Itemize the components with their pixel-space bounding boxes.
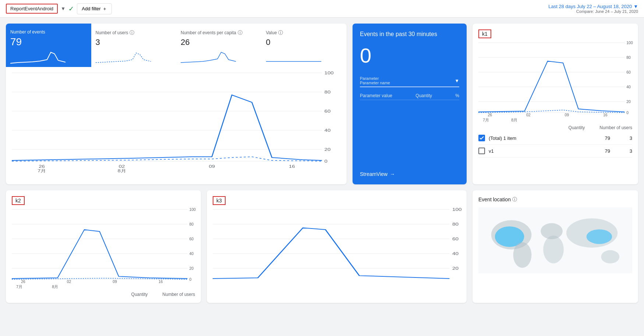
svg-text:80: 80: [626, 56, 631, 60]
metric-events-value: 79: [10, 36, 87, 48]
k1-chart-container: 100 80 60 40 20 0 26 02 09 16 7月 8月: [478, 43, 632, 116]
event-location-map: [478, 207, 632, 273]
table-row: v1 79 3: [478, 145, 632, 158]
param-name-label2: Parameter name: [360, 81, 390, 85]
shield-icon: ✓: [68, 5, 74, 13]
svg-text:16: 16: [603, 113, 608, 117]
row-v1-label: v1: [489, 148, 588, 154]
k2-col-headers: Quantity Number of users: [12, 292, 195, 297]
main-chart: 100 80 60 40 20 0 26 02 09 16 7月 8月: [12, 73, 332, 169]
row-total-qty: 79: [588, 135, 610, 141]
info-icon[interactable]: ⓘ: [130, 29, 134, 36]
k2-chart: 100 80 60 40 20 0 26 02 09 16: [12, 209, 195, 283]
svg-text:20: 20: [452, 266, 459, 271]
arrow-right-icon: →: [390, 171, 395, 177]
param-table-header: Parameter value Quantity %: [360, 93, 459, 100]
metric-per-capita-title: Number of events per capita ⓘ: [181, 29, 257, 36]
svg-text:8月: 8月: [118, 169, 126, 173]
compare-range: Compare: June 24 – July 21, 2020: [548, 9, 638, 14]
svg-point-68: [587, 229, 612, 244]
svg-text:02: 02: [67, 280, 71, 284]
svg-text:40: 40: [452, 252, 459, 256]
metric-per-capita: Number of events per capita ⓘ 26: [176, 24, 262, 67]
svg-text:02: 02: [119, 164, 125, 169]
topbar-right: Last 28 days July 22 – August 18, 2020 ▼…: [548, 4, 638, 14]
svg-text:80: 80: [189, 222, 194, 226]
svg-text:100: 100: [626, 41, 633, 45]
metrics-top: Number of events 79 Number of users ⓘ: [6, 24, 347, 67]
events-30-card: Events in the past 30 minutes 0 Paramete…: [353, 24, 467, 184]
metric-events-title: Number of events: [10, 29, 87, 35]
metric-events: Number of events 79: [6, 24, 91, 67]
event-location-title: Event location ⓘ: [478, 196, 632, 203]
svg-text:100: 100: [452, 208, 462, 212]
main-chart-area: 100 80 60 40 20 0 26 02 09 16 7月 8月: [6, 67, 347, 184]
table-row: (Total) 1 item 79 3: [478, 132, 632, 145]
metric-users: Number of users ⓘ 3: [91, 24, 177, 67]
svg-text:16: 16: [289, 164, 295, 169]
topbar: ReportEventAndroid ▼ ✓ Add filter ＋ Last…: [0, 0, 644, 18]
metric-users-value: 3: [96, 38, 172, 47]
svg-text:26: 26: [39, 164, 45, 169]
svg-text:0: 0: [325, 159, 328, 164]
metric-users-chart: [96, 49, 172, 63]
svg-text:40: 40: [325, 128, 331, 133]
svg-text:09: 09: [565, 113, 569, 117]
row-v1-users: 3: [610, 148, 632, 154]
svg-text:80: 80: [452, 222, 459, 227]
k3-chart-container: 100 80 60 40 20: [213, 209, 461, 283]
svg-text:100: 100: [189, 208, 196, 212]
bottom-row: k2 100 80 60 40 20 0: [6, 190, 638, 303]
k1-table: Quantity Number of users (Total) 1 item …: [478, 125, 632, 158]
streamview-button[interactable]: StreamView →: [360, 162, 459, 177]
metric-value-title: Value ⓘ: [266, 29, 343, 36]
row-v1-qty: 79: [588, 148, 610, 154]
svg-text:40: 40: [189, 252, 194, 256]
metric-value-value: 0: [266, 38, 343, 47]
chevron-down-icon[interactable]: ▼: [61, 6, 66, 11]
param-name-label: Parameter: [360, 76, 390, 81]
svg-text:100: 100: [325, 71, 334, 75]
info-icon[interactable]: ⓘ: [278, 29, 283, 36]
svg-text:20: 20: [189, 266, 194, 270]
svg-text:09: 09: [209, 164, 215, 169]
svg-text:02: 02: [526, 113, 531, 117]
svg-point-69: [601, 250, 619, 264]
checkbox-v1[interactable]: [478, 148, 485, 154]
svg-text:40: 40: [626, 85, 631, 89]
date-range[interactable]: Last 28 days July 22 – August 18, 2020 ▼: [548, 4, 638, 9]
metric-value-chart: [266, 49, 343, 63]
k1-card: k1 100 80 60 40 20 0: [473, 24, 638, 184]
k2-title: k2: [12, 196, 25, 205]
event-location-card: Event location ⓘ: [473, 190, 638, 303]
metrics-card: Number of events 79 Number of users ⓘ: [6, 24, 347, 184]
svg-text:26: 26: [488, 113, 492, 117]
svg-text:0: 0: [626, 111, 629, 115]
svg-text:80: 80: [325, 90, 331, 95]
checkbox-total[interactable]: [478, 135, 485, 141]
add-filter-button[interactable]: Add filter ＋: [77, 3, 112, 14]
event-name-button[interactable]: ReportEventAndroid: [6, 4, 58, 14]
metric-per-capita-value: 26: [181, 38, 257, 47]
events-30-title: Events in the past 30 minutes: [360, 31, 459, 38]
svg-text:0: 0: [189, 277, 191, 282]
param-dropdown[interactable]: Parameter Parameter name ▼: [360, 75, 459, 87]
k1-chart: 100 80 60 40 20 0 26 02 09 16: [478, 43, 632, 116]
top-row: Number of events 79 Number of users ⓘ: [6, 24, 638, 184]
plus-icon: ＋: [102, 6, 107, 12]
metric-per-capita-chart: [181, 49, 257, 63]
main-content: Number of events 79 Number of users ⓘ: [0, 18, 644, 309]
info-icon[interactable]: ⓘ: [238, 29, 243, 36]
row-total-label: (Total) 1 item: [489, 135, 588, 141]
svg-text:7月: 7月: [38, 169, 46, 173]
metric-users-title: Number of users ⓘ: [96, 29, 172, 36]
metric-value: Value ⓘ 0: [262, 24, 347, 67]
svg-point-66: [543, 236, 564, 264]
k3-card: k3 100 80 60 40 20: [207, 190, 467, 303]
svg-text:20: 20: [325, 147, 331, 152]
info-icon[interactable]: ⓘ: [512, 196, 517, 203]
row-total-users: 3: [610, 135, 632, 141]
dropdown-chevron-icon: ▼: [454, 78, 459, 84]
k2-chart-container: 100 80 60 40 20 0 26 02 09 16 7月 8月: [12, 209, 195, 283]
svg-text:09: 09: [113, 280, 117, 284]
